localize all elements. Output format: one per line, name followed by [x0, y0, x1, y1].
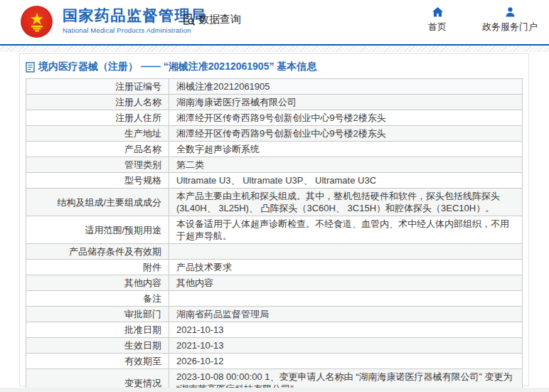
row-value-text: 其他内容: [176, 277, 213, 288]
panel-title-text: 境内医疗器械（注册） —— “湘械注准20212061905” 基本信息: [38, 60, 316, 73]
row-value-text: 本设备适用于人体超声诊断检查。不经食道、血管内、术中经人体内部组织，不用于超声导…: [176, 218, 509, 241]
home-icon: [432, 6, 444, 18]
row-label: 生效日期: [26, 338, 169, 354]
basic-info-panel: 境内医疗器械（注册） —— “湘械注准20212061905” 基本信息 注册证…: [19, 53, 529, 386]
table-row: 其他内容其他内容: [26, 275, 523, 291]
nav-home-label: 首页: [428, 21, 447, 33]
row-value: Ultramate U3、 Ultramate U3P、 Ultramate U…: [169, 173, 523, 189]
table-row: 注册人住所湘潭经开区传奇西路9号创新创业中心9号楼2楼东头: [26, 110, 523, 126]
row-label-text: 产品名称: [124, 144, 161, 154]
panel-title: 境内医疗器械（注册） —— “湘械注准20212061905” 基本信息: [20, 54, 528, 78]
row-label-text: 注册人住所: [115, 112, 161, 123]
site-subtitle: National Medical Products Administration: [63, 26, 207, 34]
row-value-text: Ultramate U3、 Ultramate U3P、 Ultramate U…: [176, 175, 376, 186]
row-label-text: 批准日期: [124, 324, 161, 335]
row-value-text: 湖南海康诺医疗器械有限公司: [176, 97, 297, 107]
row-label-text: 适用范围/预期用途: [85, 225, 161, 235]
data-query-icon: [182, 13, 196, 26]
row-value-text: 本产品主要由主机和探头组成。其中，整机包括硬件和软件，探头包括线阵探头(3L40…: [176, 191, 500, 213]
row-label: 注册人名称: [26, 95, 169, 110]
row-value-text: 湘械注准20212061905: [176, 81, 270, 92]
top-nav: 首页 政务服务门户: [420, 6, 538, 33]
row-label: 型号规格: [26, 173, 169, 189]
row-value: 湖南海康诺医疗器械有限公司: [169, 95, 523, 110]
row-value: 2021-10-13: [169, 338, 523, 354]
nav-item-service-portal[interactable]: 政务服务门户: [482, 6, 538, 33]
row-label: 生产地址: [26, 126, 169, 142]
row-label: 管理类别: [26, 157, 169, 173]
table-row: 附件产品技术要求: [26, 260, 523, 275]
document-icon: [26, 62, 35, 73]
row-value: 湘潭经开区传奇西路9号创新创业中心9号楼2楼东头: [169, 126, 523, 142]
row-label-text: 其他内容: [124, 277, 161, 288]
row-value-text: 第二类: [176, 159, 204, 170]
row-label-text: 管理类别: [124, 159, 161, 170]
row-label-text: 型号规格: [124, 175, 161, 186]
table-row: 有效期至2026-10-12: [26, 354, 523, 369]
row-label: 适用范围/预期用途: [26, 216, 169, 244]
row-value-text: 2021-10-13: [176, 324, 224, 335]
row-label: 审批部门: [26, 307, 169, 322]
table-row: 注册人名称湖南海康诺医疗器械有限公司: [26, 95, 523, 110]
row-label: 附件: [26, 260, 169, 275]
table-row: 批准日期2021-10-13: [26, 322, 523, 338]
row-value: 本产品主要由主机和探头组成。其中，整机包括硬件和软件，探头包括线阵探头(3L40…: [169, 189, 523, 216]
table-row: 生效日期2021-10-13: [26, 338, 523, 354]
data-query-label: 数据查询: [198, 13, 241, 26]
row-label-text: 生产地址: [124, 128, 161, 139]
nav-portal-label: 政务服务门户: [482, 21, 538, 33]
row-value: 湘械注准20212061905: [169, 79, 523, 95]
table-row: 结构及组成/主要组成成分本产品主要由主机和探头组成。其中，整机包括硬件和软件，探…: [26, 189, 523, 216]
row-value-text: 产品技术要求: [176, 262, 232, 272]
row-label-text: 审批部门: [124, 309, 161, 319]
row-value: 本设备适用于人体超声诊断检查。不经食道、血管内、术中经人体内部组织，不用于超声导…: [169, 216, 523, 244]
row-label: 注册人住所: [26, 110, 169, 126]
table-row: 注册证编号湘械注准20212061905: [26, 79, 523, 95]
table-row: 审批部门湖南省药品监督管理局: [26, 307, 523, 322]
table-row: 适用范围/预期用途本设备适用于人体超声诊断检查。不经食道、血管内、术中经人体内部…: [26, 216, 523, 244]
row-label: 其他内容: [26, 275, 169, 291]
row-label-text: 变更情况: [124, 378, 161, 388]
row-label-text: 附件: [143, 262, 161, 272]
row-value: [169, 291, 523, 307]
table-row: 型号规格Ultramate U3、 Ultramate U3P、 Ultrama…: [26, 173, 523, 189]
row-label: 有效期至: [26, 354, 169, 369]
table-row: 产品储存条件及有效期: [26, 244, 523, 260]
data-query-button[interactable]: 数据查询: [182, 13, 241, 26]
row-value: 湘潭经开区传奇西路9号创新创业中心9号楼2楼东头: [169, 110, 523, 126]
row-value-text: 2021-10-13: [176, 340, 224, 351]
row-label-text: 生效日期: [124, 340, 161, 351]
row-value: 湖南省药品监督管理局: [169, 307, 523, 322]
row-value: 2026-10-12: [169, 354, 523, 369]
page-bottom-strip: [0, 388, 549, 392]
user-icon: [504, 6, 516, 18]
row-value: [169, 244, 523, 260]
emblem-star-icon: [26, 11, 48, 33]
nav-item-home[interactable]: 首页: [420, 6, 455, 33]
table-row: 生产地址湘潭经开区传奇西路9号创新创业中心9号楼2楼东头: [26, 126, 523, 142]
row-value: 2021-10-13: [169, 322, 523, 338]
row-label-text: 注册人名称: [115, 97, 161, 107]
row-value-text: 全数字超声诊断系统: [176, 144, 260, 154]
table-row: 产品名称全数字超声诊断系统: [26, 142, 523, 157]
row-value-text: 湘潭经开区传奇西路9号创新创业中心9号楼2楼东头: [176, 128, 386, 139]
row-value-text: 湖南省药品监督管理局: [176, 309, 269, 319]
row-label: 备注: [26, 291, 169, 307]
national-emblem-logo: [21, 6, 53, 38]
row-value-text: 2026-10-12: [176, 356, 224, 366]
row-value: 产品技术要求: [169, 260, 523, 275]
row-label: 产品名称: [26, 142, 169, 157]
row-value-text: 湘潭经开区传奇西路9号创新创业中心9号楼2楼东头: [176, 112, 386, 123]
site-header: 国家药品监督管理局 National Medical Products Admi…: [0, 0, 549, 44]
row-label-text: 有效期至: [124, 356, 161, 366]
stripe-texture-band: [0, 46, 549, 52]
row-label-text: 产品储存条件及有效期: [69, 246, 161, 257]
row-label: 批准日期: [26, 322, 169, 338]
row-label: 产品储存条件及有效期: [26, 244, 169, 260]
table-row: 管理类别第二类: [26, 157, 523, 173]
info-table-body: 注册证编号湘械注准20212061905注册人名称湖南海康诺医疗器械有限公司注册…: [26, 79, 523, 392]
row-label: 结构及组成/主要组成成分: [26, 189, 169, 216]
row-label-text: 备注: [143, 293, 161, 304]
row-value: 全数字超声诊断系统: [169, 142, 523, 157]
registration-info-table: 注册证编号湘械注准20212061905注册人名称湖南海康诺医疗器械有限公司注册…: [26, 78, 523, 392]
